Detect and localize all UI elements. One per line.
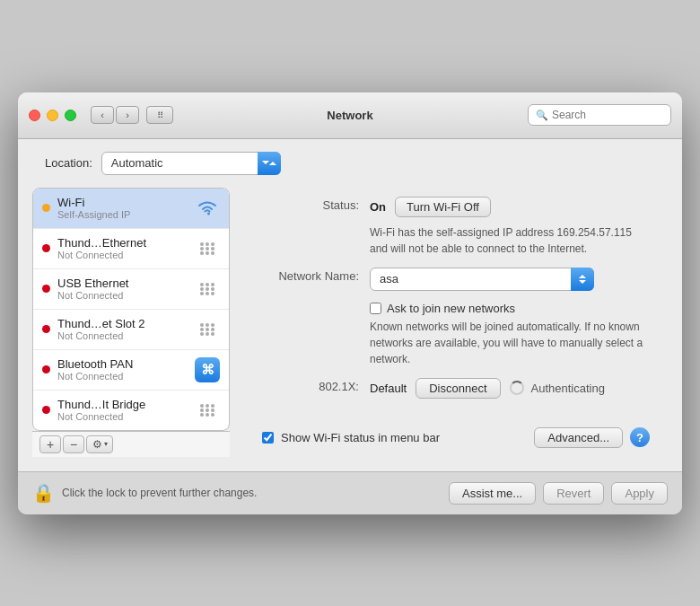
loading-spinner [510,381,524,395]
dots-icon-2 [200,283,214,295]
dots-icon-5 [200,404,214,417]
search-icon: 🔍 [536,110,548,121]
authenticating-text: Authenticating [531,382,605,395]
sidebar-item-thund-ethernet-info: Thund…Ethernet Not Connected [57,236,191,260]
status-dot-wifi [42,204,50,212]
sidebar-item-bluetooth-pan-info: Bluetooth PAN Not Connected [57,357,191,382]
location-select-wrap: Automatic [101,152,281,175]
location-select[interactable]: Automatic [101,152,281,175]
sidebar-item-thund-slot2-info: Thund…et Slot 2 Not Connected [57,317,191,341]
sidebar-item-thund-ethernet-name: Thund…Ethernet [57,236,191,250]
minimize-button[interactable] [47,110,58,121]
show-wifi-row: Show Wi-Fi status in menu bar Advanced..… [262,427,650,448]
sidebar-item-bluetooth-pan[interactable]: Bluetooth PAN Not Connected ⌘ [33,350,229,391]
ask-join-spacer [262,302,370,303]
gear-chevron-icon: ▾ [104,440,108,448]
apply-button[interactable]: Apply [611,482,668,505]
disconnect-button[interactable]: Disconnect [416,378,500,399]
lock-icon[interactable]: 🔒 [32,482,55,504]
status-description: Wi-Fi has the self-assigned IP address 1… [370,224,650,257]
sidebar-item-bluetooth-pan-status: Not Connected [57,371,191,382]
assist-me-button[interactable]: Assist me... [449,482,536,505]
sidebar-item-thund-bridge[interactable]: Thund…It Bridge Not Connected [33,391,229,430]
remove-network-button[interactable]: − [63,435,84,453]
dots-icon [200,242,214,255]
ask-join-desc: Known networks will be joined automatica… [370,319,650,367]
network-name-select-wrap: asa [370,268,594,291]
network-preferences-window: ‹ › ⠿ Network 🔍 Location: Automatic [18,92,682,514]
apps-grid-button[interactable]: ⠿ [146,106,173,124]
sidebar-item-bluetooth-pan-name: Bluetooth PAN [57,357,191,371]
right-panel: Status: On Turn Wi-Fi Off Wi-Fi has the … [244,188,668,457]
sidebar-item-wifi-name: Wi-Fi [57,196,191,209]
status-dot-usb-ethernet [42,285,50,293]
thund-slot2-icon [195,317,220,342]
ask-join-area: Ask to join new networks Known networks … [370,302,650,367]
status-value: On [370,200,386,214]
gear-icon: ⚙ [92,438,102,451]
sidebar-item-wifi-status: Self-Assigned IP [57,209,191,220]
revert-button[interactable]: Revert [543,482,604,505]
main-content: Wi-Fi Self-Assigned IP [18,188,682,471]
forward-button[interactable]: › [116,106,139,124]
status-row: Status: On Turn Wi-Fi Off Wi-Fi has the … [262,197,650,257]
sidebar-item-wifi-info: Wi-Fi Self-Assigned IP [57,196,191,220]
bottom-section: Show Wi-Fi status in menu bar Advanced..… [244,418,668,457]
bluetooth-badge: ⌘ [195,357,220,382]
search-bar[interactable]: 🔍 [528,104,671,126]
show-wifi-checkbox[interactable] [262,432,274,444]
lock-bar: 🔒 Click the lock to prevent further chan… [18,471,682,514]
network-name-label: Network Name: [262,268,370,283]
location-label: Location: [45,156,92,170]
location-bar: Location: Automatic [18,139,682,188]
show-wifi-label: Show Wi-Fi status in menu bar [281,431,440,444]
sidebar-item-thund-slot2[interactable]: Thund…et Slot 2 Not Connected [33,310,229,350]
dot8021x-row: 802.1X: Default Disconnect Authenticatin… [262,378,650,399]
dots-icon-3 [200,323,214,336]
network-name-row: Network Name: asa [262,268,650,291]
sidebar-item-thund-ethernet[interactable]: Thund…Ethernet Not Connected [33,229,229,269]
ask-join-checkbox-row: Ask to join new networks Known networks … [370,302,650,367]
lock-text: Click the lock to prevent further change… [62,487,442,499]
sidebar-toolbar: + − ⚙ ▾ [32,431,230,457]
ask-join-label[interactable]: Ask to join new networks [370,302,515,315]
bluetooth-icon: ⌘ [195,357,220,382]
sidebar-item-usb-ethernet-info: USB Ethernet Not Connected [57,277,191,301]
sidebar-item-thund-bridge-name: Thund…It Bridge [57,398,191,411]
dot8021x-label: 802.1X: [262,378,370,393]
add-network-button[interactable]: + [39,435,61,453]
network-list: Wi-Fi Self-Assigned IP [32,188,230,431]
sidebar-item-thund-slot2-name: Thund…et Slot 2 [57,317,191,330]
network-name-select[interactable]: asa [370,268,594,291]
status-dot-thund-bridge [42,406,50,414]
wifi-icon [195,196,220,221]
network-name-value-area: asa [370,268,650,291]
ask-join-checkbox[interactable] [370,303,381,314]
traffic-lights [29,110,76,121]
ask-join-text: Ask to join new networks [387,302,515,315]
nav-buttons: ‹ › [91,106,139,124]
detail-area: Status: On Turn Wi-Fi Off Wi-Fi has the … [244,188,668,418]
close-button[interactable] [29,110,40,121]
sidebar: Wi-Fi Self-Assigned IP [32,188,230,457]
window-title: Network [327,109,372,122]
maximize-button[interactable] [65,110,76,121]
search-input[interactable] [552,109,663,121]
sidebar-item-thund-slot2-status: Not Connected [57,330,191,341]
status-label: Status: [262,197,370,212]
sidebar-item-usb-ethernet[interactable]: USB Ethernet Not Connected [33,269,229,310]
help-button[interactable]: ? [630,427,650,447]
back-button[interactable]: ‹ [91,106,114,124]
status-dot-thund-slot2 [42,325,50,333]
network-gear-button[interactable]: ⚙ ▾ [86,435,113,453]
sidebar-item-thund-bridge-info: Thund…It Bridge Not Connected [57,398,191,422]
dot8021x-value-area: Default Disconnect Authenticating [370,378,650,399]
advanced-button[interactable]: Advanced... [534,427,623,448]
dot8021x-info: Default Disconnect [370,378,524,399]
sidebar-item-wifi[interactable]: Wi-Fi Self-Assigned IP [33,189,229,229]
turn-wifi-off-button[interactable]: Turn Wi-Fi Off [395,197,491,217]
sidebar-item-usb-ethernet-status: Not Connected [57,290,191,301]
thund-bridge-icon [195,398,220,423]
dot8021x-value: Default [370,382,407,395]
ask-join-row: Ask to join new networks Known networks … [262,302,650,367]
